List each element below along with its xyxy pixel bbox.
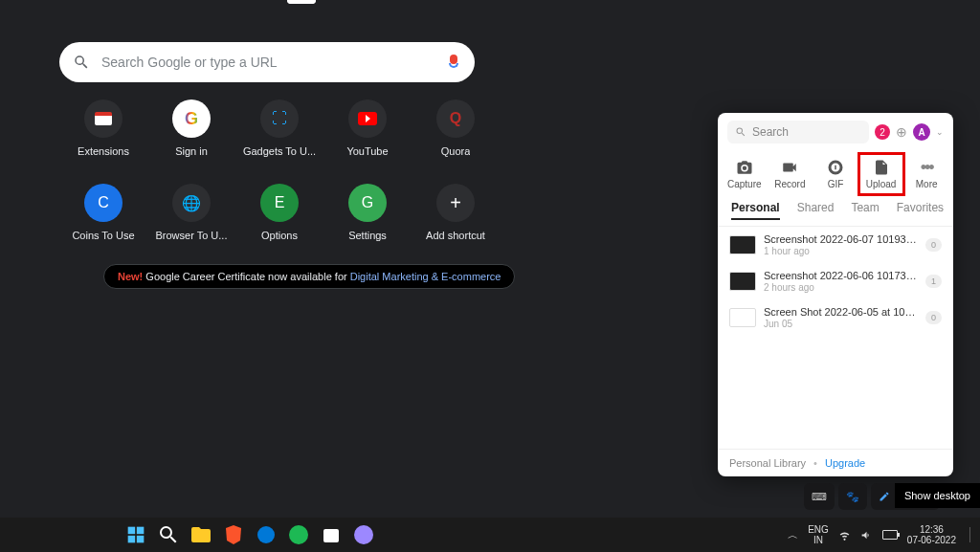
taskbar-explorer[interactable] — [189, 523, 212, 546]
promo-pill[interactable]: New! Google Career Certificate now avail… — [103, 264, 515, 289]
quora-icon: Q — [436, 99, 475, 138]
count-pill: 0 — [925, 311, 942, 324]
promo-link[interactable]: Digital Marketing & E-commerce — [350, 271, 501, 282]
taskbar-brave[interactable] — [222, 523, 245, 546]
folder-icon — [189, 523, 212, 546]
wifi-icon[interactable] — [838, 529, 851, 541]
file-icon — [873, 159, 890, 176]
list-item[interactable]: Screenshot 2022-06-06 101735.png2 hours … — [718, 263, 953, 299]
notification-badge[interactable]: 2 — [875, 124, 890, 140]
windows-icon — [126, 525, 145, 544]
tile-signin[interactable]: GSign in — [147, 99, 235, 157]
corners-icon: ⛶ — [260, 99, 299, 138]
panel-search[interactable]: Search — [727, 121, 869, 144]
tile-add[interactable]: +Add shortcut — [412, 184, 500, 241]
tab-favorites[interactable]: Favorites — [897, 201, 944, 220]
plus-icon: + — [436, 184, 475, 222]
count-pill: 0 — [925, 238, 942, 252]
chip-keyboard[interactable]: ⌨ — [804, 483, 835, 510]
tile-gadgets[interactable]: ⛶Gadgets To U... — [235, 99, 323, 157]
tile-extensions[interactable]: Extensions — [59, 99, 147, 157]
capture-panel: Search 2 ⊕ A ⌄ Capture Record GIF Upload… — [718, 113, 953, 476]
search-icon — [157, 523, 180, 546]
store-icon — [320, 523, 343, 546]
options-icon: E — [260, 184, 299, 222]
brave-icon — [222, 523, 245, 546]
search-box[interactable]: Search Google or type a URL — [59, 42, 475, 82]
thumbnail — [729, 235, 756, 254]
svg-point-5 — [289, 525, 308, 544]
spotify-icon — [287, 523, 310, 546]
avatar[interactable]: A — [913, 123, 930, 141]
tile-coins[interactable]: CCoins To Use — [59, 184, 147, 241]
capture-button[interactable]: Capture — [724, 155, 766, 193]
footer-library[interactable]: Personal Library — [729, 457, 806, 469]
taskbar-spotify[interactable] — [287, 523, 310, 546]
tile-options[interactable]: EOptions — [235, 184, 323, 241]
chip-app[interactable]: 🐾 — [838, 483, 867, 510]
tile-youtube[interactable]: YouTube — [323, 99, 412, 157]
thumbnail — [729, 272, 756, 291]
record-button[interactable]: Record — [768, 155, 811, 193]
more-button[interactable]: •••More — [905, 155, 947, 193]
show-desktop-sliver[interactable] — [969, 527, 970, 542]
svg-point-4 — [257, 526, 275, 543]
tile-quora[interactable]: QQuora — [412, 99, 500, 157]
svg-rect-2 — [128, 536, 136, 543]
coins-icon: C — [84, 184, 122, 222]
gif-icon — [827, 159, 844, 176]
tile-browser[interactable]: 🌐Browser To U... — [147, 184, 235, 241]
promo-new-badge: New! — [118, 271, 143, 282]
taskbar-edge[interactable] — [255, 523, 278, 546]
video-icon — [781, 159, 798, 176]
pencil-icon — [879, 491, 890, 502]
panel-search-placeholder: Search — [752, 125, 789, 139]
search-icon — [73, 54, 90, 71]
tab-team[interactable]: Team — [851, 201, 879, 220]
settings-icon: G — [348, 184, 387, 222]
svg-point-7 — [354, 525, 373, 544]
upload-button[interactable]: Upload — [860, 155, 902, 193]
camera-icon — [736, 159, 753, 176]
app-icon: 🐾 — [846, 491, 859, 503]
shortcut-grid: Extensions GSign in ⛶Gadgets To U... You… — [59, 99, 500, 241]
tile-settings[interactable]: GSettings — [323, 184, 412, 241]
svg-rect-6 — [323, 529, 339, 542]
globe-icon: 🌐 — [172, 184, 211, 222]
taskbar-store[interactable] — [320, 523, 343, 546]
promo-text: Google Career Certificate now available … — [143, 271, 349, 282]
keyboard-icon: ⌨ — [812, 491, 827, 503]
panel-tabs: Personal Shared Team Favorites — [718, 201, 953, 227]
count-pill: 1 — [925, 275, 942, 288]
language-indicator[interactable]: ENGIN — [808, 524, 829, 545]
globe-icon[interactable]: ⊕ — [896, 124, 907, 140]
footer-upgrade[interactable]: Upgrade — [825, 457, 865, 469]
clock[interactable]: 12:3607-06-2022 — [907, 524, 956, 545]
svg-rect-1 — [137, 527, 145, 535]
google-logo-fragment — [287, 0, 316, 4]
youtube-icon — [348, 99, 387, 138]
tab-shared[interactable]: Shared — [797, 201, 835, 220]
search-placeholder: Search Google or type a URL — [101, 55, 446, 70]
google-icon: G — [172, 99, 211, 138]
chevron-down-icon[interactable]: ⌄ — [936, 127, 944, 137]
taskbar-notes[interactable] — [352, 523, 375, 546]
svg-rect-3 — [137, 536, 145, 543]
edge-icon — [255, 523, 278, 546]
notes-icon — [352, 523, 375, 546]
gif-button[interactable]: GIF — [814, 155, 857, 193]
mic-icon[interactable] — [446, 55, 461, 70]
tray-overflow[interactable]: ︿ — [788, 528, 798, 542]
extensions-icon — [84, 99, 122, 138]
tab-personal[interactable]: Personal — [731, 201, 780, 220]
volume-icon[interactable] — [860, 529, 873, 541]
search-icon — [735, 126, 746, 138]
battery-icon[interactable] — [882, 530, 898, 540]
file-list: Screenshot 2022-06-07 101936.png1 hour a… — [718, 227, 953, 449]
list-item[interactable]: Screen Shot 2022-06-05 at 10.10.31 A...J… — [718, 299, 953, 336]
start-button[interactable] — [124, 523, 147, 546]
taskbar-search[interactable] — [157, 523, 180, 546]
thumbnail — [729, 308, 756, 327]
show-desktop-tooltip: Show desktop — [895, 483, 980, 508]
list-item[interactable]: Screenshot 2022-06-07 101936.png1 hour a… — [718, 227, 953, 263]
